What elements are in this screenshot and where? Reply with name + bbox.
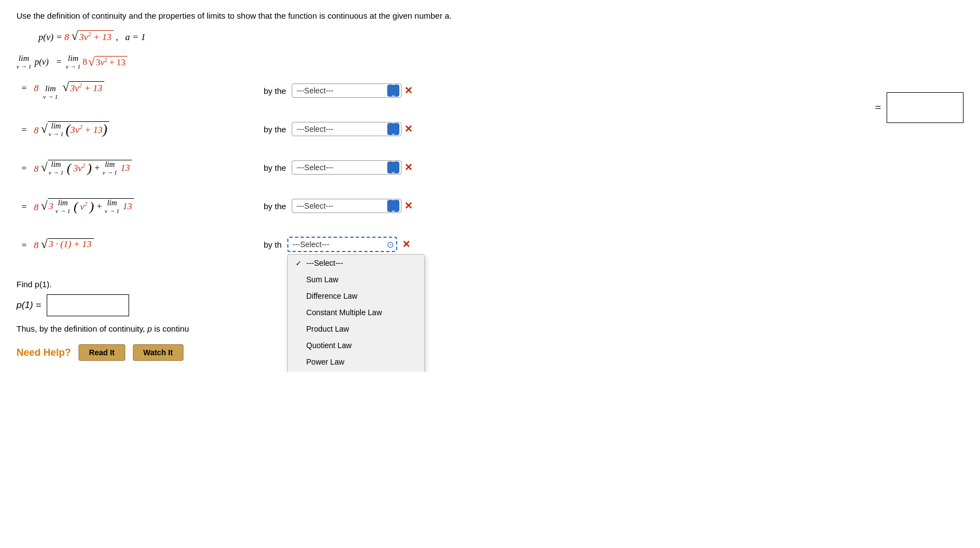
step1-lim: lim v → 1 <box>43 84 58 100</box>
step3-by: by the <box>264 163 286 172</box>
step1-select[interactable]: ---Select--- Sum Law Difference Law Cons… <box>292 83 402 98</box>
read-it-button[interactable]: Read It <box>79 344 125 361</box>
steps-left: lim v → 1 p(v) = lim v → 1 8 √ 3v2 + 13 … <box>16 48 875 269</box>
step4-math: = 8 √ 3 lim v → 1 ( v2 ) + <box>16 198 247 214</box>
lim-rhs-block: lim v → 1 <box>66 54 81 70</box>
find-text: Find p(1). <box>16 279 964 289</box>
function-display: p(v) = 8 √ 3v2 + 13 , a = 1 <box>38 30 964 43</box>
answer-box-main[interactable] <box>887 92 964 123</box>
step4-by: by the <box>264 202 286 211</box>
step-row-5: = 8 √ 3 · (1) + 13 by th ---Select--- ⊙ … <box>16 230 875 259</box>
step5-select-display[interactable]: ---Select--- <box>287 237 397 252</box>
step5-clear-btn[interactable]: ✕ <box>400 238 413 250</box>
step-row-3: = 8 √ lim v → 1 ( 3v2 ) + lim <box>16 153 875 182</box>
main-content: lim v → 1 p(v) = lim v → 1 8 √ 3v2 + 13 … <box>16 48 964 269</box>
need-help-section: Need Help? Read It Watch It <box>16 344 964 361</box>
step1-clear-btn[interactable]: ✕ <box>403 85 415 97</box>
dropdown-option-constant-multiple-law[interactable]: Constant Multiple Law <box>288 304 424 321</box>
equals-right: = <box>875 102 881 114</box>
step2-by: by the <box>264 125 286 134</box>
step1-by: by the <box>264 86 286 96</box>
step4-select-wrapper: ---Select--- Sum Law Difference Law Cons… <box>292 199 415 213</box>
step3-math: = 8 √ lim v → 1 ( 3v2 ) + lim <box>16 160 247 176</box>
p1-label: p(1) = <box>16 300 41 311</box>
lim-pv-block: lim v → 1 <box>16 54 31 70</box>
dropdown-option-root-law[interactable]: Root Law <box>288 370 424 372</box>
dropdown-option-difference-law[interactable]: Difference Law <box>288 288 424 304</box>
find-section: Find p(1). p(1) = <box>16 279 964 316</box>
dropdown-option-power-law[interactable]: Power Law <box>288 354 424 370</box>
intro-text: Use the definition of continuity and the… <box>16 11 964 20</box>
step2-select[interactable]: ---Select--- Sum Law Difference Law Cons… <box>292 122 402 136</box>
step4-select[interactable]: ---Select--- Sum Law Difference Law Cons… <box>292 199 402 213</box>
watch-it-button[interactable]: Watch It <box>133 344 183 361</box>
step3-clear-btn[interactable]: ✕ <box>403 161 415 174</box>
step2-clear-btn[interactable]: ✕ <box>403 123 415 135</box>
p1-row: p(1) = <box>16 294 964 316</box>
step3-select-wrapper: ---Select--- Sum Law Difference Law Cons… <box>292 160 415 175</box>
step5-by: by th <box>264 240 282 249</box>
step2-math: = 8 √ lim v → 1 ( 3v2 + 13 ) <box>16 121 247 137</box>
need-help-label: Need Help? <box>16 347 71 359</box>
step1-math: = 8 lim v → 1 √ 3v2 + 13 <box>16 81 247 100</box>
steps-right: = <box>875 48 964 123</box>
step5-dropdown-menu[interactable]: ✓ ---Select--- Sum Law Difference Law Co… <box>287 254 425 372</box>
p1-answer-box[interactable] <box>47 294 129 316</box>
dropdown-option-product-law[interactable]: Product Law <box>288 321 424 337</box>
equals-sign: = <box>57 57 62 67</box>
step5-select-wrapper: ---Select--- ⊙ ✕ ✓ ---Select--- Sum Law <box>287 237 413 252</box>
dropdown-option-sum-law[interactable]: Sum Law <box>288 271 424 288</box>
step-row-1: = 8 lim v → 1 √ 3v2 + 13 by the ---Selec <box>16 76 875 105</box>
step5-math: = 8 √ 3 · (1) + 13 <box>16 238 247 251</box>
step4-clear-btn[interactable]: ✕ <box>403 200 415 212</box>
check-icon: ✓ <box>296 259 303 267</box>
step2-select-wrapper: ---Select--- Sum Law Difference Law Cons… <box>292 122 415 136</box>
lim-first-row: lim v → 1 p(v) = lim v → 1 8 √ 3v2 + 13 <box>16 54 875 70</box>
dropdown-option-quotient-law[interactable]: Quotient Law <box>288 337 424 354</box>
step-row-4: = 8 √ 3 lim v → 1 ( v2 ) + <box>16 192 875 220</box>
step3-select[interactable]: ---Select--- Sum Law Difference Law Cons… <box>292 160 402 175</box>
thus-text: Thus, by the definition of continuity, p… <box>16 324 964 333</box>
step1-select-wrapper: ---Select--- Sum Law Difference Law Cons… <box>292 83 415 98</box>
dropdown-option-select[interactable]: ✓ ---Select--- <box>288 255 424 271</box>
step-row-2: = 8 √ lim v → 1 ( 3v2 + 13 ) by the <box>16 115 875 143</box>
